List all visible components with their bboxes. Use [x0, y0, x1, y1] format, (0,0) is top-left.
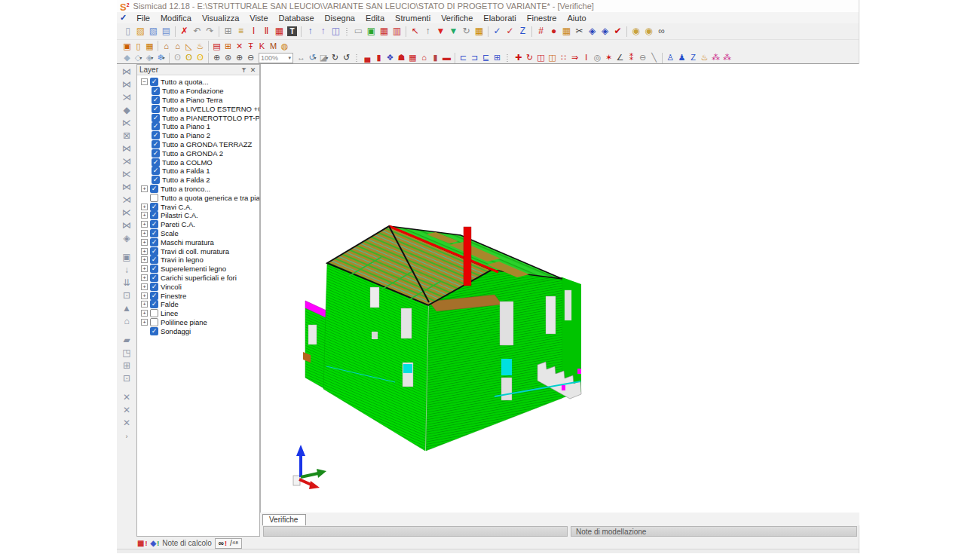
relations-icon[interactable]: ◉ [629, 25, 642, 38]
layer-label[interactable]: Scale [161, 229, 179, 237]
layer-tree-item[interactable]: +✓Tutto a tronco... [137, 185, 259, 194]
box-filled-icon[interactable]: ▣ [120, 251, 133, 264]
layer-label[interactable]: Maschi muratura [161, 238, 214, 246]
chevron-down-icon[interactable]: ▾ [139, 56, 142, 60]
layer-checkbox[interactable]: ✓ [152, 96, 160, 104]
orbit-icon[interactable]: ↺▾ [307, 52, 318, 63]
relations-edit-icon[interactable]: ◉ [642, 25, 655, 38]
wall-section-6-icon[interactable]: ⋊ [120, 155, 133, 168]
tree-expander-icon[interactable]: + [141, 292, 148, 299]
layer-tree-item[interactable]: +Linee [137, 309, 259, 318]
chevron-down-icon[interactable]: ▾ [163, 56, 165, 60]
layer-label[interactable]: Tutto a Piano 1 [162, 122, 210, 130]
calc-warning-icon[interactable]: ◈ [150, 539, 156, 547]
offset-icon[interactable]: ⇒ [569, 52, 580, 63]
layer-checkbox[interactable]: ✓ [152, 176, 160, 184]
lightning-icon[interactable]: Z [688, 52, 699, 63]
layer-label[interactable]: Polilinee piane [161, 318, 207, 326]
menu-visualizza[interactable]: Visualizza [197, 14, 244, 23]
layer-tree-item[interactable]: ✓Tutto a Falda 1 [137, 167, 259, 176]
pin-icon[interactable]: Ŧ [240, 66, 248, 74]
mesh-icon[interactable]: ▦ [473, 25, 485, 38]
check-red-icon[interactable]: ✔ [611, 25, 624, 38]
layer-checkbox[interactable]: ✓ [150, 300, 158, 308]
layer-tree-item[interactable]: ✓Sondaggi [137, 326, 259, 335]
layer-checkbox[interactable]: ✓ [152, 87, 160, 95]
layer-checkbox[interactable]: ✓ [152, 122, 160, 130]
rings-icon[interactable]: ◎ [592, 52, 603, 63]
layer-label[interactable]: Travi in legno [161, 256, 204, 264]
rotate-ccw-icon[interactable]: ↺ [341, 52, 352, 63]
plinth-icon[interactable]: ▣ [121, 41, 133, 52]
colormap-icon[interactable]: ▼ [447, 25, 460, 38]
verify-all-icon[interactable]: ✓ [504, 25, 516, 38]
undo-icon[interactable]: ↶ [191, 25, 204, 38]
import-diamond-icon[interactable]: ◈ [586, 25, 599, 38]
bridge-icon[interactable]: M [268, 41, 279, 52]
light-low-icon[interactable]: ʘ [172, 52, 183, 63]
layer-checkbox[interactable] [150, 309, 158, 317]
pan-icon[interactable]: ↔ [296, 52, 307, 63]
chevron-down-icon[interactable]: ▾ [288, 55, 291, 61]
numbered-box-icon[interactable]: ⊡ [120, 289, 133, 302]
open-model-icon[interactable]: ▧ [147, 25, 160, 38]
note-di-calcolo-label[interactable]: Note di calcolo [162, 539, 212, 547]
layer-checkbox[interactable]: ✓ [150, 78, 158, 86]
masonry-data-icon[interactable]: ▦ [273, 25, 286, 38]
layer-label[interactable]: Pareti C.A. [161, 220, 195, 228]
panel-icon[interactable]: ⊞ [222, 41, 234, 52]
frame-icon[interactable]: ▯ [133, 41, 144, 52]
layer-label[interactable]: Tutto a quota generica e tra piani [161, 194, 259, 202]
layer-label[interactable]: Tutto a Falda 2 [162, 176, 210, 184]
new-drawing-icon[interactable]: ▯ [121, 25, 134, 38]
layer-label[interactable]: Vincoli [161, 283, 182, 291]
wall-section-8-icon[interactable]: ⋈ [120, 181, 133, 194]
tab-verifiche[interactable]: Verifiche [262, 514, 306, 525]
layer-checkbox[interactable]: ✓ [150, 247, 158, 256]
mirror-icon[interactable]: ◫ [535, 52, 547, 63]
binoculars-icon[interactable]: ∞ [655, 25, 668, 38]
menu-database[interactable]: Database [274, 14, 320, 23]
layer-checkbox[interactable]: ✓ [152, 105, 160, 113]
layer-tree-item[interactable]: ✓Tutto a PIANEROTTOLO PT-P1 [137, 113, 259, 122]
column-data-icon[interactable]: Ⅰ [247, 25, 260, 38]
tree-expander-icon[interactable]: + [141, 221, 148, 228]
couple-icon[interactable]: ⁑ [626, 52, 637, 63]
layer-label[interactable]: Tutto a Piano 2 [162, 131, 210, 139]
layer-tree-item[interactable]: +✓Travi C.A. [137, 202, 259, 211]
layer-checkbox[interactable]: ✓ [150, 211, 158, 219]
house-front-icon[interactable]: ⌂ [161, 41, 172, 52]
tree-expander-icon[interactable]: + [141, 212, 148, 219]
explode-icon[interactable]: ✶ [603, 52, 614, 63]
layer-tree-item[interactable]: +Polilinee piane [137, 318, 259, 327]
terrain-icon[interactable]: ▲ [120, 302, 133, 315]
tank-tool-icon[interactable]: ▮ [430, 52, 441, 63]
stick-icon[interactable]: ╲ [648, 52, 660, 63]
delete-icon[interactable]: ✗ [178, 25, 191, 38]
layer-tree-item[interactable]: +✓Superelementi legno [137, 265, 259, 274]
layer-checkbox[interactable]: ✓ [152, 158, 160, 167]
move-icon[interactable]: ✚ [513, 52, 524, 63]
pressure-icon[interactable]: ▼ [434, 25, 447, 38]
shaded-view-icon[interactable]: ◆ [121, 52, 133, 63]
layer-tree-item[interactable]: +✓Travi in legno [137, 256, 259, 265]
layer-label[interactable]: Tutto a Falda 1 [162, 167, 210, 175]
light-mid-icon[interactable]: ʘ [183, 52, 194, 63]
solid-model-icon[interactable]: ◫ [329, 25, 342, 38]
box-corner-icon[interactable]: ◳ [120, 347, 133, 360]
diagram-icon[interactable]: ↖ [409, 25, 421, 38]
layer-label[interactable]: Tutto a GRONDA TERRAZZ [162, 140, 252, 148]
disable-icon[interactable]: ⊖ [637, 52, 648, 63]
layer-checkbox[interactable]: ✓ [150, 292, 158, 300]
chevron-down-icon[interactable]: ▾ [151, 56, 153, 60]
wall-section-11-icon[interactable]: ⋈ [120, 219, 133, 232]
layer-checkbox[interactable]: ✓ [152, 167, 160, 175]
layer-label[interactable]: Travi di coll. muratura [161, 247, 229, 256]
toolbar-overflow-chevron[interactable]: › [126, 433, 128, 440]
view-rebar-icon[interactable]: ▦ [378, 25, 390, 38]
copy-icon[interactable]: ◫ [547, 52, 558, 63]
wall-section-10-icon[interactable]: ⋉ [120, 207, 133, 219]
layer-label[interactable]: Finestre [161, 292, 186, 300]
view-empty-icon[interactable]: ▭ [352, 25, 365, 38]
layer-checkbox[interactable]: ✓ [150, 283, 158, 291]
